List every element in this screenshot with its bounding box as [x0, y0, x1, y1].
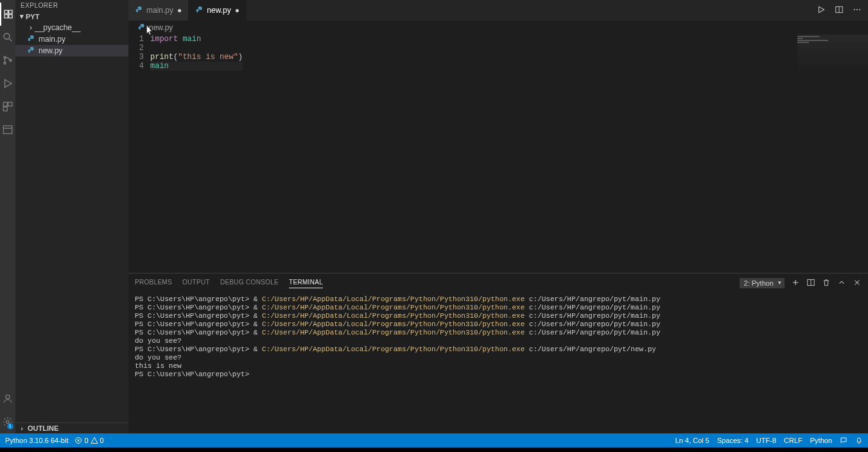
kill-terminal-icon[interactable]: [822, 278, 831, 288]
status-cursor[interactable]: Ln 4, Col 5: [675, 437, 709, 444]
project-header[interactable]: ▾ PYT: [15, 11, 128, 22]
status-bar: Python 3.10.6 64-bit 0 0 Ln 4, Col 5 Spa…: [0, 433, 868, 448]
manage-icon[interactable]: 1: [0, 410, 15, 433]
svg-rect-4: [3, 102, 7, 106]
explorer-icon[interactable]: [0, 3, 15, 26]
svg-rect-6: [3, 107, 7, 111]
panel-tab-terminal[interactable]: TERMINAL: [289, 279, 323, 288]
status-feedback-icon[interactable]: [840, 437, 847, 444]
svg-point-8: [6, 395, 10, 399]
chevron-down-icon: ▾: [18, 12, 26, 21]
search-icon[interactable]: [0, 26, 15, 49]
python-file-icon: [27, 35, 36, 44]
svg-rect-7: [3, 126, 12, 134]
status-python[interactable]: Python 3.10.6 64-bit: [5, 437, 68, 444]
close-panel-icon[interactable]: [853, 278, 862, 288]
terminal-selector[interactable]: 2: Python: [740, 278, 785, 288]
python-file-icon: [137, 23, 146, 32]
svg-point-11: [854, 9, 855, 10]
tree-file-main[interactable]: main.py: [15, 33, 128, 45]
outline-header[interactable]: › OUTLINE: [15, 422, 128, 433]
chevron-right-icon: ›: [27, 23, 35, 32]
new-terminal-icon[interactable]: [791, 278, 800, 288]
panel-tabs: PROBLEMS OUTPUT DEBUG CONSOLE TERMINAL 2…: [128, 274, 868, 293]
python-file-icon: [27, 46, 36, 55]
run-debug-icon[interactable]: [0, 72, 15, 95]
svg-point-13: [859, 9, 860, 10]
panel-tab-output[interactable]: OUTPUT: [182, 279, 210, 288]
accounts-icon[interactable]: [0, 387, 15, 410]
status-spaces[interactable]: Spaces: 4: [717, 437, 749, 444]
scm-icon[interactable]: [0, 49, 15, 72]
file-tree: › __pycache__ main.py new.py: [15, 22, 128, 422]
maximize-panel-icon[interactable]: [837, 278, 846, 288]
python-file-icon: [135, 6, 144, 15]
status-encoding[interactable]: UTF-8: [756, 437, 776, 444]
svg-point-12: [856, 9, 858, 10]
dirty-dot-icon: ●: [177, 6, 182, 15]
status-eol[interactable]: CRLF: [784, 437, 803, 444]
layout-icon[interactable]: [0, 118, 15, 141]
panel-tab-debug-console[interactable]: DEBUG CONSOLE: [220, 279, 279, 288]
manage-badge: 1: [7, 423, 13, 430]
editor-tabs: main.py ● new.py ●: [128, 0, 868, 21]
editor[interactable]: 1234 import main print("this is new")mai…: [128, 35, 868, 273]
more-icon[interactable]: [853, 5, 862, 16]
extensions-icon[interactable]: [0, 95, 15, 118]
sidebar-title: EXPLORER: [15, 0, 128, 11]
run-icon[interactable]: [817, 5, 826, 16]
status-problems[interactable]: 0 0: [74, 437, 103, 444]
svg-point-2: [4, 62, 6, 64]
dirty-dot-icon: ●: [235, 6, 239, 15]
sidebar: EXPLORER ▾ PYT › __pycache__ main.py new…: [15, 0, 128, 433]
minimap[interactable]: [797, 35, 868, 73]
split-editor-icon[interactable]: [835, 5, 844, 16]
svg-rect-5: [8, 102, 12, 106]
svg-point-0: [4, 33, 10, 39]
tab-main[interactable]: main.py ●: [128, 0, 189, 21]
status-bell-icon[interactable]: [855, 437, 863, 444]
tab-new[interactable]: new.py ●: [189, 0, 247, 21]
breadcrumb[interactable]: new.py: [128, 21, 868, 35]
panel-tab-problems[interactable]: PROBLEMS: [135, 279, 172, 288]
code-area[interactable]: import main print("this is new")main: [150, 35, 243, 273]
line-gutter: 1234: [128, 35, 150, 273]
chevron-right-icon: ›: [18, 424, 26, 432]
os-taskbar: [0, 448, 868, 452]
status-lang[interactable]: Python: [810, 437, 832, 444]
tree-file-new[interactable]: new.py: [15, 45, 128, 56]
split-terminal-icon[interactable]: [806, 278, 815, 288]
activity-bar: 1: [0, 0, 15, 433]
python-file-icon: [195, 6, 204, 15]
terminal[interactable]: PS C:\Users\HP\angrepo\pyt> & C:/Users/H…: [128, 293, 868, 433]
panel: PROBLEMS OUTPUT DEBUG CONSOLE TERMINAL 2…: [128, 273, 868, 433]
tree-folder-pycache[interactable]: › __pycache__: [15, 22, 128, 33]
svg-point-1: [4, 56, 6, 58]
